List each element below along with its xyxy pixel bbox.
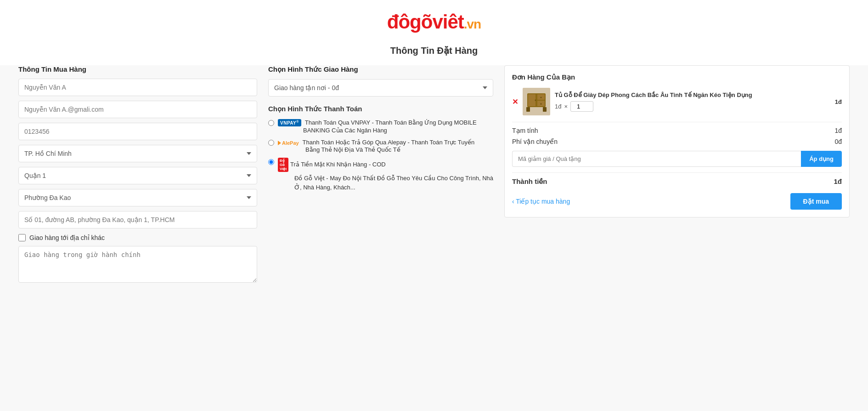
logo-main: đôgõviêt [387, 11, 464, 33]
apply-discount-button[interactable]: Áp dụng [801, 151, 842, 167]
shipping-label: Phí vận chuyển [512, 138, 558, 145]
order-item-image [523, 88, 550, 115]
quantity-input[interactable] [570, 101, 593, 112]
payment-label-cod: ĐồGỗViệt Trả Tiền Mặt Khi Nhận Hàng - CO… [278, 158, 493, 192]
cod-logo-wrapper: ĐồGỗViệt [278, 158, 288, 172]
note-group [18, 246, 257, 284]
alepay-text-logo: AlePay [282, 140, 299, 146]
order-item-qty-row: 1đ × [555, 101, 830, 112]
payment-option-alepay: AlePay Thanh Toán Hoặc Trả Góp Qua Alepa… [268, 138, 493, 153]
cod-logo: ĐồGỗViệt [278, 158, 288, 172]
payment-section-title: Chọn Hình Thức Thanh Toán [268, 105, 493, 113]
city-group: TP. Hồ Chí Minh [18, 145, 257, 162]
district-group: Quận 1 [18, 167, 257, 184]
email-input[interactable] [18, 101, 257, 118]
phone-group [18, 123, 257, 140]
name-input[interactable] [18, 79, 257, 96]
payment-label-alepay: AlePay Thanh Toán Hoặc Trả Góp Qua Alepa… [278, 138, 474, 153]
delivery-section-title: Chọn Hình Thức Giao Hàng [268, 65, 493, 74]
svg-point-9 [541, 103, 542, 105]
logo-vn: .vn [464, 17, 481, 31]
order-item-details: Tủ Gỗ Để Giày Dép Phong Cách Bắc Âu Tinh… [555, 91, 830, 112]
middle-column: Chọn Hình Thức Giao Hàng Giao hàng tận n… [268, 65, 493, 289]
payment-radio-cod[interactable] [268, 159, 274, 165]
ward-group: Phường Đa Kao [18, 189, 257, 206]
note-textarea[interactable] [18, 246, 257, 283]
email-group [18, 101, 257, 118]
svg-rect-5 [526, 107, 530, 112]
divider-2 [512, 172, 842, 173]
district-select[interactable]: Quận 1 [18, 167, 257, 184]
order-panel-title: Đơn Hàng Của Bạn [512, 73, 842, 81]
alepay-triangle [278, 141, 281, 145]
total-row: Thành tiền 1đ [512, 177, 842, 186]
total-value: 1đ [834, 177, 842, 186]
address-input[interactable] [18, 211, 257, 228]
right-column: Đơn Hàng Của Bạn ✕ [504, 65, 850, 289]
remove-item-button[interactable]: ✕ [512, 97, 518, 106]
svg-point-8 [541, 97, 542, 98]
vnpay-logo: VNPAY® [278, 119, 301, 126]
name-group [18, 79, 257, 96]
alepay-subtext: Bằng Thẻ Nội Địa Và Thẻ Quốc Tế [305, 146, 400, 153]
order-item-multiplier: × [564, 103, 568, 110]
order-item-total-price: 1đ [835, 98, 842, 105]
discount-input[interactable] [512, 151, 801, 167]
header: đôgõviêt.vn [0, 0, 868, 38]
buyer-info-title: Thông Tin Mua Hàng [18, 65, 257, 73]
logo: đôgõviêt.vn [0, 11, 868, 33]
page-title: Thông Tin Đặt Hàng [0, 38, 868, 65]
other-address-row: Giao hàng tới địa chỉ khác [18, 234, 257, 241]
payment-radio-vnpay[interactable] [268, 120, 274, 126]
discount-row: Áp dụng [512, 151, 842, 167]
svg-rect-2 [528, 94, 535, 106]
payment-option-cod: ĐồGỗViệt Trả Tiền Mặt Khi Nhận Hàng - CO… [268, 158, 493, 192]
item-thumbnail-svg [523, 88, 550, 115]
alepay-text: Thanh Toán Hoặc Trả Góp Qua Alepay - Tha… [303, 139, 475, 146]
divider-1 [512, 122, 842, 122]
order-actions: ‹ Tiếp tục mua hàng Đặt mua [512, 193, 842, 210]
order-panel: Đơn Hàng Của Bạn ✕ [504, 65, 850, 217]
cod-radio-row: ĐồGỗViệt Trả Tiền Mặt Khi Nhận Hàng - CO… [268, 158, 493, 192]
ward-select[interactable]: Phường Đa Kao [18, 189, 257, 206]
payment-label-vnpay: VNPAY® Thanh Toán Qua VNPAY - Thanh Toán… [278, 119, 477, 134]
city-select[interactable]: TP. Hồ Chí Minh [18, 145, 257, 162]
other-address-checkbox[interactable] [18, 234, 26, 241]
subtotal-label: Tạm tính [512, 127, 538, 134]
subtotal-row: Tạm tính 1đ [512, 127, 842, 134]
order-item-name: Tủ Gỗ Để Giày Dép Phong Cách Bắc Âu Tinh… [555, 91, 830, 99]
vnpay-subtext: BANKING Của Các Ngân Hàng [303, 127, 387, 134]
alepay-logo: AlePay [278, 140, 299, 146]
back-link[interactable]: ‹ Tiếp tục mua hàng [512, 198, 570, 205]
order-item-price-unit: 1đ [555, 103, 561, 110]
left-column: Thông Tin Mua Hàng TP. Hồ Chí Minh Quận … [18, 65, 257, 289]
cod-text: Trả Tiền Mặt Khi Nhận Hàng - COD [290, 161, 386, 168]
address-group [18, 211, 257, 228]
total-label: Thành tiền [512, 177, 547, 186]
phone-input[interactable] [18, 123, 257, 140]
svg-rect-6 [543, 107, 547, 112]
shipping-row: Phí vận chuyển 0đ [512, 138, 842, 145]
svg-point-7 [535, 100, 536, 101]
subtotal-value: 1đ [834, 127, 842, 134]
delivery-select[interactable]: Giao hàng tận nơi - 0đ [268, 79, 493, 97]
other-address-label: Giao hàng tới địa chỉ khác [29, 234, 105, 241]
shipping-value: 0đ [834, 138, 842, 145]
payment-radio-alepay[interactable] [268, 140, 274, 146]
vnpay-text: Thanh Toán Qua VNPAY - Thanh Toán Bằng Ứ… [305, 119, 477, 126]
place-order-button[interactable]: Đặt mua [790, 193, 842, 210]
cod-description: Đồ Gỗ Việt - May Đo Nội Thất Đồ Gỗ Theo … [294, 174, 493, 192]
delivery-select-group: Giao hàng tận nơi - 0đ [268, 79, 493, 97]
order-item: ✕ [512, 88, 842, 115]
payment-option-vnpay: VNPAY® Thanh Toán Qua VNPAY - Thanh Toán… [268, 119, 493, 134]
